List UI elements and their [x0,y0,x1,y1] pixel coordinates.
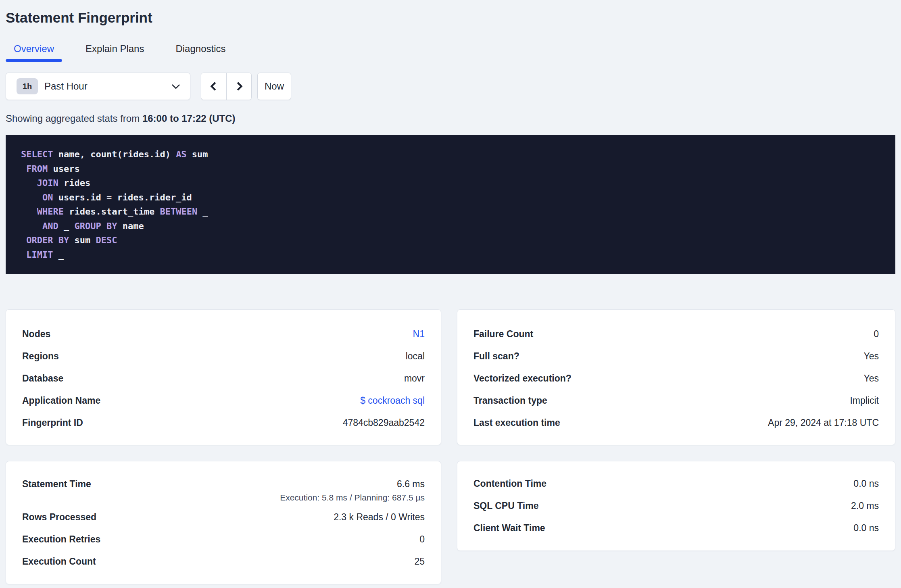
execution-retries-label: Execution Retries [22,533,100,546]
rows-processed-label: Rows Processed [22,511,96,524]
rows-processed-row: Rows Processed 2.3 k Reads / 0 Writes [22,506,425,528]
time-range-selector[interactable]: 1h Past Hour [6,73,190,100]
application-name-label: Application Name [22,394,100,407]
prev-time-button[interactable] [201,73,226,100]
contention-time-value: 0.0 ns [853,477,879,490]
fingerprint-id-row: Fingerprint ID 4784cb829aab2542 [22,412,425,434]
nodes-row: Nodes N1 [22,323,425,345]
statement-time-label: Statement Time [22,477,91,491]
database-row: Database movr [22,367,425,390]
tab-explain-plans-label: Explain Plans [86,43,144,54]
tab-diagnostics[interactable]: Diagnostics [167,40,234,61]
time-range-label: Past Hour [44,81,171,92]
transaction-type-label: Transaction type [473,394,547,407]
now-button[interactable]: Now [257,73,291,100]
time-step-buttons [201,73,252,100]
statement-time-breakdown: Execution: 5.8 ms / Planning: 687.5 µs [280,492,425,503]
application-name-row: Application Name $ cockroach sql [22,390,425,412]
chevron-right-icon [234,81,244,92]
client-wait-time-value: 0.0 ns [853,521,879,535]
sql-statement: SELECT name, count(rides.id) AS sum FROM… [6,135,895,274]
sql-cpu-time-row: SQL CPU Time 2.0 ms [473,495,879,517]
active-tab-indicator [6,59,62,62]
tab-bar: Overview Explain Plans Diagnostics [6,40,895,61]
failure-count-label: Failure Count [473,327,533,341]
tab-overview[interactable]: Overview [6,40,62,61]
database-value: movr [404,372,425,385]
time-toolbar: 1h Past Hour Now [6,73,895,100]
full-scan-row: Full scan? Yes [473,345,879,367]
contention-time-label: Contention Time [473,477,546,490]
last-execution-time-row: Last execution time Apr 29, 2024 at 17:1… [473,412,879,434]
nodes-label: Nodes [22,327,50,341]
failure-count-value: 0 [874,327,879,341]
tab-diagnostics-label: Diagnostics [175,43,225,54]
regions-row: Regions local [22,345,425,367]
fingerprint-id-value: 4784cb829aab2542 [343,416,425,430]
transaction-type-row: Transaction type Implicit [473,390,879,412]
statement-fingerprint-page: Statement Fingerprint Overview Explain P… [0,9,901,584]
time-range-badge: 1h [17,78,38,94]
execution-attributes-card: Failure Count 0 Full scan? Yes Vectorize… [457,309,895,445]
sql-cpu-time-value: 2.0 ms [851,499,879,513]
database-label: Database [22,372,63,385]
tab-explain-plans[interactable]: Explain Plans [77,40,152,61]
client-wait-time-label: Client Wait Time [473,521,545,535]
next-time-button[interactable] [226,73,251,100]
full-scan-label: Full scan? [473,350,519,363]
page-title: Statement Fingerprint [6,9,895,27]
contention-time-row: Contention Time 0.0 ns [473,473,879,495]
stats-summary-range: 16:00 to 17:22 (UTC) [142,113,236,124]
summary-cards: Nodes N1 Regions local Database movr App… [6,309,895,584]
full-scan-value: Yes [863,350,879,363]
execution-count-row: Execution Count 25 [22,550,425,573]
tab-overview-label: Overview [14,43,54,54]
stats-summary-prefix: Showing aggregated stats from [6,113,140,124]
vectorized-execution-label: Vectorized execution? [473,372,571,385]
nodes-link[interactable]: N1 [413,327,425,341]
client-wait-time-row: Client Wait Time 0.0 ns [473,517,879,539]
statement-timing-card: Statement Time 6.6 ms Execution: 5.8 ms … [6,461,441,584]
regions-value: local [406,350,425,363]
statement-time-value: 6.6 ms [397,477,425,491]
rows-processed-value: 2.3 k Reads / 0 Writes [334,511,425,524]
execution-count-value: 25 [414,555,425,568]
resource-usage-card: Contention Time 0.0 ns SQL CPU Time 2.0 … [457,461,895,551]
stats-summary: Showing aggregated stats from 16:00 to 1… [6,113,895,124]
fingerprint-id-label: Fingerprint ID [22,416,83,430]
application-name-link[interactable]: $ cockroach sql [360,394,425,407]
vectorized-execution-value: Yes [863,372,879,385]
regions-label: Regions [22,350,59,363]
failure-count-row: Failure Count 0 [473,323,879,345]
execution-retries-value: 0 [419,533,425,546]
execution-count-label: Execution Count [22,555,96,568]
statement-time-row: Statement Time 6.6 ms Execution: 5.8 ms … [22,473,425,506]
chevron-left-icon [209,81,219,92]
chevron-down-icon [171,84,180,89]
statement-details-card: Nodes N1 Regions local Database movr App… [6,309,441,445]
sql-cpu-time-label: SQL CPU Time [473,499,538,513]
last-execution-time-label: Last execution time [473,416,560,430]
transaction-type-value: Implicit [850,394,879,407]
vectorized-execution-row: Vectorized execution? Yes [473,367,879,390]
execution-retries-row: Execution Retries 0 [22,528,425,550]
last-execution-time-value: Apr 29, 2024 at 17:18 UTC [768,416,879,430]
